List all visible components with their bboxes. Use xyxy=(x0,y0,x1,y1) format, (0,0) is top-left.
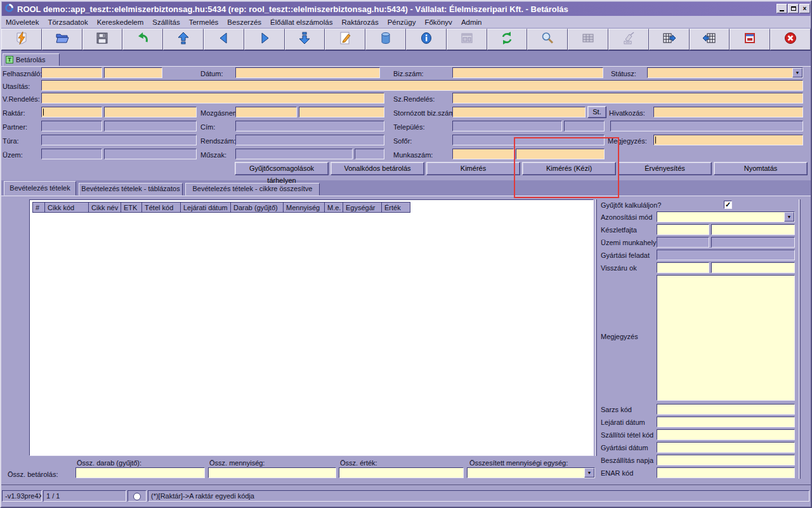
statusbar-divider xyxy=(1,485,811,489)
action-button-2[interactable]: Kimérés xyxy=(426,162,520,175)
action-button-0[interactable]: Gyűjtőcsomagolások tárhelyen xyxy=(235,162,329,175)
status-indicator-icon xyxy=(133,493,141,500)
action-button-5[interactable]: Nyomtatás xyxy=(714,162,808,175)
statusbar-indicator-cell xyxy=(128,490,147,502)
statusbar-message: (*)[Raktár]->A raktár egyedi kódja xyxy=(148,490,809,502)
action-button-row: Gyűjtőcsomagolások tárhelyenVonalkódos b… xyxy=(0,0,812,508)
status-bar: -v1.93pre4X 1 / 1 (*)[Raktár]->A raktár … xyxy=(1,489,811,503)
action-button-4[interactable]: Érvényesítés xyxy=(618,162,712,175)
statusbar-version: -v1.93pre4X xyxy=(2,490,42,502)
statusbar-counter: 1 / 1 xyxy=(43,490,126,502)
action-button-3[interactable]: Kimérés (Kézi) xyxy=(522,162,616,175)
action-button-1[interactable]: Vonalkódos betárolás xyxy=(331,162,424,175)
application-window: { "window": { "title": "ROOL demo::app_t… xyxy=(0,0,812,508)
